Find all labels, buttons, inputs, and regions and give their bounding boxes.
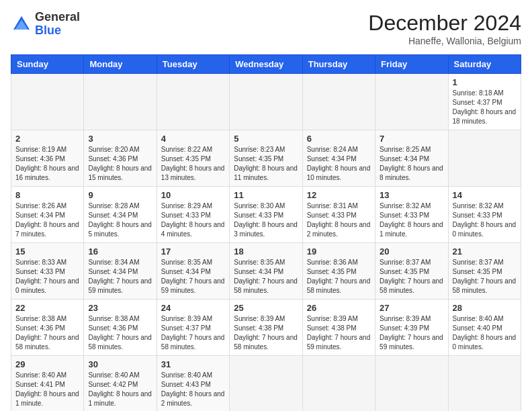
day-number: 20	[380, 246, 443, 257]
day-info: Sunrise: 8:39 AM Sunset: 4:38 PM Dayligh…	[234, 314, 298, 352]
day-number: 10	[161, 190, 225, 200]
sunrise-label: Sunrise: 8:35 AM	[161, 259, 212, 266]
calendar-header-row: SundayMondayTuesdayWednesdayThursdayFrid…	[11, 55, 521, 74]
sunset-label: Sunset: 4:38 PM	[307, 324, 357, 332]
calendar-cell: 30 Sunrise: 8:40 AM Sunset: 4:42 PM Dayl…	[84, 356, 157, 412]
calendar-cell: 23 Sunrise: 8:38 AM Sunset: 4:36 PM Dayl…	[84, 300, 157, 356]
sunset-label: Sunset: 4:35 PM	[380, 268, 429, 275]
sunset-label: Sunset: 4:40 PM	[453, 324, 502, 332]
sunset-label: Sunset: 4:38 PM	[234, 324, 283, 332]
sunrise-label: Sunrise: 8:36 AM	[307, 259, 358, 266]
sunrise-label: Sunrise: 8:18 AM	[453, 89, 504, 97]
calendar-cell	[448, 130, 521, 187]
day-number: 13	[380, 190, 443, 200]
calendar-cell: 8 Sunrise: 8:26 AM Sunset: 4:34 PM Dayli…	[11, 187, 84, 243]
daylight-label: Daylight: 8 hours and 11 minutes.	[234, 165, 298, 181]
day-info: Sunrise: 8:32 AM Sunset: 4:33 PM Dayligh…	[380, 201, 443, 239]
sunset-label: Sunset: 4:36 PM	[15, 324, 65, 332]
calendar-cell: 22 Sunrise: 8:38 AM Sunset: 4:36 PM Dayl…	[11, 300, 84, 356]
day-info: Sunrise: 8:30 AM Sunset: 4:33 PM Dayligh…	[234, 201, 298, 239]
day-number: 30	[88, 359, 152, 369]
calendar-cell: 31 Sunrise: 8:40 AM Sunset: 4:43 PM Dayl…	[157, 356, 229, 412]
logo-blue-text: Blue	[35, 24, 61, 37]
day-number: 28	[453, 303, 517, 313]
day-info: Sunrise: 8:26 AM Sunset: 4:34 PM Dayligh…	[15, 201, 79, 239]
daylight-label: Daylight: 7 hours and 58 minutes.	[234, 277, 298, 294]
day-header-saturday: Saturday	[448, 55, 521, 74]
calendar-cell	[302, 74, 375, 130]
daylight-label: Daylight: 8 hours and 0 minutes.	[453, 221, 517, 238]
day-header-monday: Monday	[84, 55, 157, 74]
sunset-label: Sunset: 4:35 PM	[453, 268, 502, 275]
sunrise-label: Sunrise: 8:29 AM	[161, 202, 212, 210]
sunset-label: Sunset: 4:34 PM	[88, 268, 138, 275]
sunset-label: Sunset: 4:33 PM	[15, 268, 65, 275]
day-number: 27	[380, 303, 443, 313]
page-header: General Blue December 2024 Haneffe, Wall…	[11, 11, 521, 46]
day-info: Sunrise: 8:38 AM Sunset: 4:36 PM Dayligh…	[88, 314, 152, 352]
day-info: Sunrise: 8:34 AM Sunset: 4:34 PM Dayligh…	[88, 258, 152, 295]
day-number: 18	[234, 246, 298, 257]
sunset-label: Sunset: 4:37 PM	[453, 99, 502, 106]
daylight-label: Daylight: 8 hours and 18 minutes.	[453, 108, 517, 125]
calendar-cell: 26 Sunrise: 8:39 AM Sunset: 4:38 PM Dayl…	[302, 300, 375, 356]
day-number: 17	[161, 246, 225, 257]
daylight-label: Daylight: 7 hours and 59 minutes.	[307, 334, 371, 351]
calendar-week-5: 22 Sunrise: 8:38 AM Sunset: 4:36 PM Dayl…	[11, 300, 521, 356]
calendar-cell: 1 Sunrise: 8:18 AM Sunset: 4:37 PM Dayli…	[448, 74, 521, 130]
daylight-label: Daylight: 7 hours and 58 minutes.	[453, 277, 517, 294]
sunset-label: Sunset: 4:42 PM	[88, 381, 138, 388]
daylight-label: Daylight: 7 hours and 0 minutes.	[15, 277, 79, 294]
sunset-label: Sunset: 4:33 PM	[234, 212, 283, 219]
sunrise-label: Sunrise: 8:23 AM	[234, 146, 285, 153]
daylight-label: Daylight: 8 hours and 2 minutes.	[307, 221, 371, 238]
calendar-cell: 2 Sunrise: 8:19 AM Sunset: 4:36 PM Dayli…	[11, 130, 84, 187]
day-info: Sunrise: 8:22 AM Sunset: 4:35 PM Dayligh…	[161, 145, 225, 183]
day-info: Sunrise: 8:29 AM Sunset: 4:33 PM Dayligh…	[161, 201, 225, 239]
daylight-label: Daylight: 8 hours and 15 minutes.	[88, 165, 152, 181]
day-info: Sunrise: 8:23 AM Sunset: 4:35 PM Dayligh…	[234, 145, 298, 183]
calendar-cell: 14 Sunrise: 8:32 AM Sunset: 4:33 PM Dayl…	[448, 187, 521, 243]
day-number: 21	[453, 246, 517, 257]
title-block: December 2024 Haneffe, Wallonia, Belgium	[368, 11, 521, 46]
day-number: 4	[161, 134, 225, 144]
daylight-label: Daylight: 8 hours and 1 minute.	[15, 390, 79, 407]
calendar-cell: 5 Sunrise: 8:23 AM Sunset: 4:35 PM Dayli…	[230, 130, 302, 187]
sunrise-label: Sunrise: 8:37 AM	[380, 259, 431, 266]
sunrise-label: Sunrise: 8:38 AM	[15, 315, 66, 322]
sunrise-label: Sunrise: 8:20 AM	[88, 146, 139, 153]
sunset-label: Sunset: 4:33 PM	[453, 212, 502, 219]
day-info: Sunrise: 8:39 AM Sunset: 4:37 PM Dayligh…	[161, 314, 225, 352]
sunset-label: Sunset: 4:36 PM	[88, 324, 138, 332]
sunset-label: Sunset: 4:34 PM	[88, 212, 138, 219]
day-number: 2	[15, 134, 79, 144]
daylight-label: Daylight: 8 hours and 5 minutes.	[88, 221, 152, 238]
sunset-label: Sunset: 4:39 PM	[380, 324, 429, 332]
calendar-cell	[375, 74, 448, 130]
calendar-cell: 20 Sunrise: 8:37 AM Sunset: 4:35 PM Dayl…	[375, 243, 448, 300]
daylight-label: Daylight: 8 hours and 16 minutes.	[15, 165, 79, 181]
day-info: Sunrise: 8:40 AM Sunset: 4:42 PM Dayligh…	[88, 371, 152, 408]
sunset-label: Sunset: 4:37 PM	[161, 324, 211, 332]
sunrise-label: Sunrise: 8:32 AM	[380, 202, 431, 210]
sunset-label: Sunset: 4:34 PM	[307, 155, 357, 163]
sunset-label: Sunset: 4:36 PM	[88, 155, 138, 163]
sunrise-label: Sunrise: 8:39 AM	[380, 315, 431, 322]
calendar-cell	[375, 356, 448, 412]
sunset-label: Sunset: 4:33 PM	[307, 212, 357, 219]
day-number: 26	[307, 303, 371, 313]
day-info: Sunrise: 8:35 AM Sunset: 4:34 PM Dayligh…	[161, 258, 225, 295]
daylight-label: Daylight: 8 hours and 8 minutes.	[380, 165, 443, 181]
sunset-label: Sunset: 4:41 PM	[15, 381, 65, 388]
calendar-week-3: 8 Sunrise: 8:26 AM Sunset: 4:34 PM Dayli…	[11, 187, 521, 243]
calendar-cell: 6 Sunrise: 8:24 AM Sunset: 4:34 PM Dayli…	[302, 130, 375, 187]
calendar-cell	[230, 74, 302, 130]
sunset-label: Sunset: 4:34 PM	[161, 268, 211, 275]
daylight-label: Daylight: 8 hours and 13 minutes.	[161, 165, 225, 181]
sunrise-label: Sunrise: 8:22 AM	[161, 146, 212, 153]
calendar-body: 1 Sunrise: 8:18 AM Sunset: 4:37 PM Dayli…	[11, 74, 521, 412]
calendar-cell	[157, 74, 229, 130]
sunset-label: Sunset: 4:33 PM	[161, 212, 211, 219]
sunrise-label: Sunrise: 8:39 AM	[307, 315, 358, 322]
day-number: 19	[307, 246, 371, 257]
